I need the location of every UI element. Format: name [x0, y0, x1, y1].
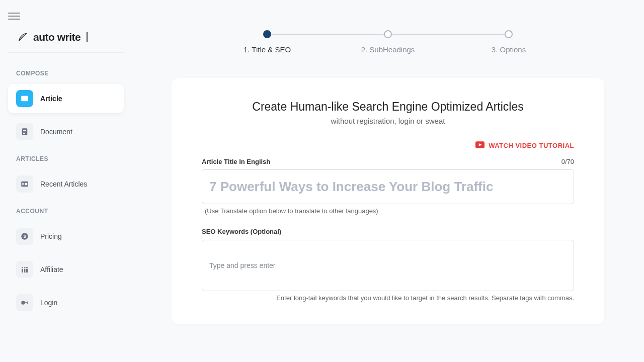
svg-rect-1 [21, 96, 28, 98]
login-icon [16, 294, 33, 311]
sidebar-item-label: Affiliate [40, 265, 63, 274]
svg-rect-18 [27, 302, 28, 304]
form-card: Create Human-like Search Engine Optimize… [172, 78, 604, 324]
sidebar-item-label: Document [40, 128, 72, 136]
sidebar-item-label: Article [40, 95, 62, 103]
title-hint: (Use Translate option below to translate… [205, 207, 574, 215]
svg-rect-8 [22, 185, 25, 186]
section-articles: ARTICLES [16, 155, 124, 162]
menu-toggle-icon[interactable] [8, 10, 20, 22]
step-label: 3. Options [492, 45, 526, 54]
sidebar-item-label: Pricing [40, 232, 62, 240]
sidebar-item-pricing[interactable]: $ Pricing [8, 222, 124, 251]
svg-rect-4 [23, 132, 26, 132]
watch-tutorial-label: WATCH VIDEO TUTORIAL [489, 142, 574, 149]
seo-keywords-input[interactable] [202, 240, 574, 291]
svg-rect-12 [22, 269, 28, 273]
svg-rect-3 [23, 130, 26, 131]
title-char-count: 0/70 [561, 158, 574, 165]
svg-text:$: $ [24, 234, 26, 239]
affiliate-icon [16, 261, 33, 278]
article-icon [16, 90, 33, 107]
sidebar-item-recent-articles[interactable]: Recent Articles [8, 169, 124, 199]
sidebar-item-login[interactable]: Login [8, 288, 124, 317]
section-compose: COMPOSE [16, 70, 124, 77]
pricing-icon: $ [16, 228, 33, 245]
sidebar-item-label: Recent Articles [40, 180, 87, 188]
document-icon [16, 123, 33, 140]
step-circle-icon [263, 30, 271, 38]
svg-rect-15 [26, 267, 27, 273]
step-circle-icon [505, 30, 513, 38]
svg-rect-14 [23, 267, 24, 273]
youtube-icon [475, 141, 485, 150]
keywords-hint: Enter long-tail keywords that you would … [202, 294, 574, 302]
stepper: 1. Title & SEO 2. SubHeadings 3. Options [207, 30, 569, 54]
recent-icon [16, 175, 33, 193]
sidebar: auto write COMPOSE Article Document ARTI… [0, 0, 132, 362]
section-account: ACCOUNT [16, 208, 124, 215]
sidebar-item-label: Login [40, 299, 57, 307]
svg-rect-7 [22, 183, 25, 184]
keywords-label: SEO Keywords (Optional) [202, 228, 281, 235]
step-circle-icon [384, 30, 392, 38]
watch-tutorial-button[interactable]: WATCH VIDEO TUTORIAL [475, 141, 574, 150]
svg-point-16 [21, 301, 25, 305]
article-title-input[interactable] [202, 169, 574, 204]
step-label: 1. Title & SEO [244, 45, 291, 54]
main-content: 1. Title & SEO 2. SubHeadings 3. Options… [132, 0, 644, 362]
title-label: Article Title In English [202, 158, 270, 165]
sidebar-item-article[interactable]: Article [8, 84, 124, 113]
sidebar-item-document[interactable]: Document [8, 117, 124, 146]
sidebar-item-affiliate[interactable]: Affiliate [8, 255, 124, 284]
svg-rect-9 [25, 183, 28, 186]
feather-icon [17, 32, 28, 43]
cursor-icon [87, 32, 88, 42]
card-heading: Create Human-like Search Engine Optimize… [202, 100, 574, 114]
brand-name: auto write [33, 31, 80, 43]
step-label: 2. SubHeadings [361, 45, 415, 54]
brand-logo[interactable]: auto write [8, 26, 124, 53]
svg-rect-13 [22, 267, 28, 268]
svg-rect-5 [23, 133, 25, 134]
card-subheading: without registration, login or sweat [202, 117, 574, 125]
